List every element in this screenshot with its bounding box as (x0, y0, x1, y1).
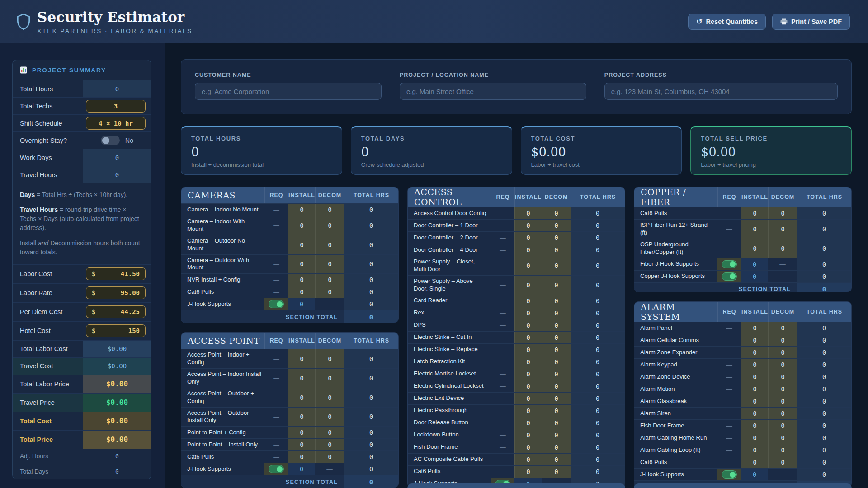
install-qty-input[interactable]: 0 (514, 332, 542, 343)
install-qty-input[interactable]: 0 (741, 220, 768, 239)
req-toggle[interactable] (269, 300, 284, 308)
install-qty-input[interactable]: 0 (288, 439, 315, 450)
install-qty-input[interactable]: 0 (288, 369, 315, 388)
install-qty-input[interactable]: 0 (741, 334, 768, 346)
hotel-cost-input[interactable]: $150 (86, 324, 146, 337)
install-qty-input[interactable]: 0 (741, 359, 768, 371)
install-qty-input[interactable]: 0 (514, 405, 542, 417)
project-address-input[interactable] (604, 83, 838, 100)
decom-qty-input[interactable]: 0 (315, 369, 344, 388)
shift-schedule-select[interactable]: 4 × 10 hr (86, 117, 146, 130)
decom-qty-input[interactable]: 0 (768, 207, 797, 219)
decom-qty-input[interactable]: 0 (768, 408, 797, 419)
install-qty-input[interactable]: 0 (514, 441, 542, 453)
install-qty-input[interactable]: 0 (514, 429, 542, 441)
decom-qty-input[interactable]: 0 (768, 334, 797, 346)
install-qty-input[interactable]: 0 (514, 295, 542, 307)
decom-qty-input[interactable]: 0 (768, 239, 797, 258)
install-qty-input[interactable]: 0 (514, 344, 542, 356)
install-qty-input[interactable]: 0 (741, 207, 768, 219)
req-toggle[interactable] (722, 470, 737, 479)
decom-qty-input[interactable]: 0 (542, 295, 571, 307)
decom-qty-input[interactable]: 0 (542, 307, 571, 319)
decom-qty-input[interactable]: 0 (542, 429, 571, 441)
labor-cost-input[interactable]: $41.50 (86, 267, 146, 280)
decom-qty-input[interactable]: 0 (542, 380, 571, 392)
install-qty-input[interactable]: 0 (288, 255, 315, 274)
install-qty-input[interactable]: 0 (741, 432, 768, 444)
reset-quantities-button[interactable]: ↺ Reset Quantities (688, 14, 766, 30)
decom-qty-input[interactable]: 0 (768, 456, 797, 468)
decom-qty-input[interactable]: 0 (542, 332, 571, 343)
install-qty-input[interactable]: 0 (514, 368, 542, 380)
decom-qty-input[interactable]: 0 (542, 454, 571, 465)
req-toggle[interactable] (269, 465, 284, 473)
decom-qty-input[interactable]: 0 (542, 441, 571, 453)
install-qty-input[interactable]: 0 (288, 427, 315, 438)
decom-qty-input[interactable]: 0 (542, 344, 571, 356)
install-qty-input[interactable]: 0 (288, 216, 315, 235)
decom-qty-input[interactable]: 0 (542, 256, 571, 275)
customer-name-input[interactable] (195, 83, 382, 100)
decom-qty-input[interactable]: 0 (315, 255, 344, 274)
decom-qty-input[interactable]: 0 (315, 286, 344, 298)
install-qty-input[interactable]: 0 (514, 220, 542, 231)
total-techs-input[interactable]: 3 (86, 100, 146, 113)
decom-qty-input[interactable]: 0 (768, 347, 797, 358)
decom-qty-input[interactable]: 0 (315, 204, 344, 216)
install-qty-input[interactable]: 0 (288, 204, 315, 216)
decom-qty-input[interactable]: 0 (542, 276, 571, 295)
req-toggle[interactable] (722, 260, 737, 268)
install-qty-input[interactable]: 0 (288, 388, 315, 407)
decom-qty-input[interactable]: 0 (315, 439, 344, 450)
install-qty-input[interactable]: 0 (514, 207, 542, 219)
decom-qty-input[interactable]: 0 (315, 235, 344, 254)
decom-qty-input[interactable]: 0 (542, 244, 571, 256)
install-qty-input[interactable]: 0 (741, 322, 768, 334)
install-qty-input[interactable]: 0 (288, 349, 315, 368)
install-qty-input[interactable]: 0 (514, 466, 542, 478)
decom-qty-input[interactable]: 0 (542, 417, 571, 429)
decom-qty-input[interactable]: 0 (542, 319, 571, 331)
decom-qty-input[interactable]: 0 (542, 356, 571, 368)
install-qty-input[interactable]: 0 (514, 319, 542, 331)
decom-qty-input[interactable]: 0 (768, 395, 797, 407)
decom-qty-input[interactable]: 0 (542, 368, 571, 380)
install-qty-input[interactable]: 0 (514, 393, 542, 404)
decom-qty-input[interactable]: 0 (315, 349, 344, 368)
decom-qty-input[interactable]: 0 (542, 466, 571, 478)
install-qty-input[interactable]: 0 (288, 235, 315, 254)
install-qty-input[interactable]: 0 (514, 417, 542, 429)
labor-rate-input[interactable]: $95.00 (86, 286, 146, 299)
install-qty-input[interactable]: 0 (741, 408, 768, 419)
decom-qty-input[interactable]: 0 (315, 274, 344, 286)
install-qty-input[interactable]: 0 (741, 444, 768, 456)
install-qty-input[interactable]: 0 (288, 451, 315, 463)
install-qty-input[interactable]: 0 (741, 456, 768, 468)
install-qty-input[interactable]: 0 (288, 408, 315, 427)
decom-qty-input[interactable]: 0 (315, 388, 344, 407)
install-qty-input[interactable]: 0 (741, 383, 768, 395)
install-qty-input[interactable]: 0 (514, 276, 542, 295)
decom-qty-input[interactable]: 0 (542, 232, 571, 244)
install-qty-input[interactable]: 0 (741, 347, 768, 358)
install-qty-input[interactable]: 0 (741, 420, 768, 432)
decom-qty-input[interactable]: 0 (315, 427, 344, 438)
decom-qty-input[interactable]: 0 (768, 322, 797, 334)
decom-qty-input[interactable]: 0 (768, 359, 797, 371)
install-qty-input[interactable]: 0 (514, 356, 542, 368)
per-diem-input[interactable]: $44.25 (86, 305, 146, 318)
install-qty-input[interactable]: 0 (288, 286, 315, 298)
install-qty-input[interactable]: 0 (514, 244, 542, 256)
install-qty-input[interactable]: 0 (514, 380, 542, 392)
install-qty-input[interactable]: 0 (514, 454, 542, 465)
decom-qty-input[interactable]: 0 (542, 207, 571, 219)
req-toggle[interactable] (722, 272, 737, 281)
decom-qty-input[interactable]: 0 (768, 432, 797, 444)
install-qty-input[interactable]: 0 (741, 395, 768, 407)
install-qty-input[interactable]: 0 (514, 256, 542, 275)
decom-qty-input[interactable]: 0 (542, 405, 571, 417)
decom-qty-input[interactable]: 0 (315, 408, 344, 427)
overnight-toggle[interactable] (101, 136, 120, 145)
decom-qty-input[interactable]: 0 (315, 216, 344, 235)
